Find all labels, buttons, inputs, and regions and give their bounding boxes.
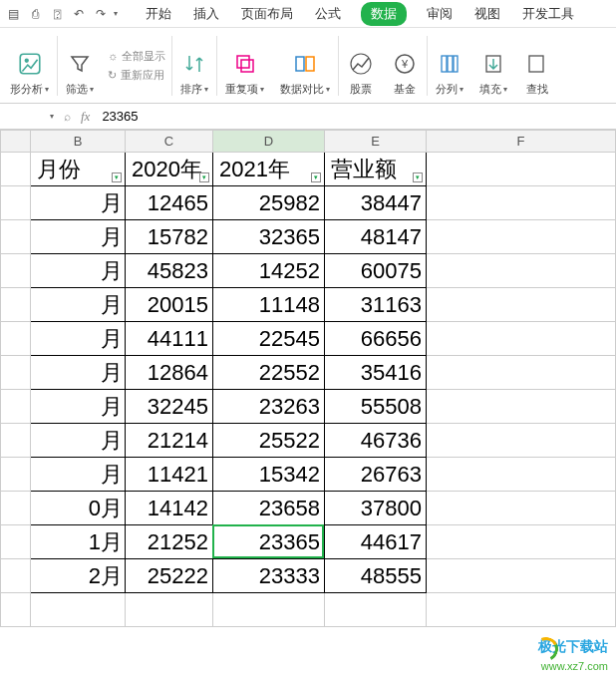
filter-dropdown-icon[interactable]: ▾ xyxy=(112,172,122,182)
cell[interactable] xyxy=(1,153,31,186)
tab-page-layout[interactable]: 页面布局 xyxy=(239,1,295,27)
tab-view[interactable]: 视图 xyxy=(472,1,502,27)
header-cell-c[interactable]: 2020年▾ xyxy=(126,153,213,186)
undo-icon[interactable]: ↶ xyxy=(70,5,88,23)
col-header-C[interactable]: C xyxy=(126,131,213,153)
tab-data[interactable]: 数据 xyxy=(361,2,407,26)
cell-rev[interactable]: 55508 xyxy=(325,390,427,424)
formula-value[interactable]: 23365 xyxy=(98,109,138,124)
cell-rev[interactable]: 60075 xyxy=(325,254,427,288)
cell-y2021[interactable]: 32365 xyxy=(213,220,325,254)
cell[interactable] xyxy=(1,220,31,254)
spreadsheet-grid[interactable]: B C D E F 月份▾2020年▾2021年▾营业额▾月1246525982… xyxy=(0,130,616,627)
cell[interactable] xyxy=(427,458,616,492)
ribbon-lookup[interactable]: 查找 xyxy=(515,32,559,99)
cell-y2020[interactable]: 12465 xyxy=(126,186,213,220)
cell[interactable] xyxy=(1,525,31,559)
ribbon-stocks[interactable]: 股票 xyxy=(339,32,383,99)
cell[interactable] xyxy=(126,593,213,627)
cell-rev[interactable]: 48555 xyxy=(325,559,427,593)
show-all-button[interactable]: ☼全部显示 xyxy=(108,49,165,64)
reapply-button[interactable]: ↻重新应用 xyxy=(108,68,165,83)
cell-y2020[interactable]: 12864 xyxy=(126,356,213,390)
cell[interactable] xyxy=(31,593,126,627)
cell-y2020[interactable]: 21214 xyxy=(126,424,213,458)
tab-start[interactable]: 开始 xyxy=(144,1,173,27)
tab-insert[interactable]: 插入 xyxy=(191,1,221,27)
cell[interactable] xyxy=(427,356,616,390)
search-icon[interactable]: ⌕ xyxy=(64,110,71,124)
cell-y2020[interactable]: 14142 xyxy=(126,492,213,525)
cell[interactable] xyxy=(427,322,616,356)
filter-dropdown-icon[interactable]: ▾ xyxy=(311,172,321,182)
corner-cell[interactable] xyxy=(1,131,31,153)
header-cell-b[interactable]: 月份▾ xyxy=(31,153,126,186)
ribbon-split[interactable]: 分列▾ xyxy=(428,32,471,99)
cell-y2020[interactable]: 45823 xyxy=(126,254,213,288)
cell[interactable] xyxy=(427,186,616,220)
col-header-E[interactable]: E xyxy=(325,131,427,153)
cell[interactable] xyxy=(427,220,616,254)
cell[interactable] xyxy=(427,390,616,424)
cell-month[interactable]: 0月 xyxy=(31,492,126,525)
preview-icon[interactable]: ⍰ xyxy=(48,5,66,23)
cell[interactable] xyxy=(1,458,31,492)
cell[interactable] xyxy=(427,492,616,525)
header-cell-e[interactable]: 营业额▾ xyxy=(325,153,427,186)
cell-y2021[interactable]: 23333 xyxy=(213,559,325,593)
ribbon-funds[interactable]: ¥ 基金 xyxy=(383,32,427,99)
cell[interactable] xyxy=(427,153,616,186)
cell-month[interactable]: 月 xyxy=(31,458,126,492)
cell-month[interactable]: 月 xyxy=(31,254,126,288)
cell-month[interactable]: 月 xyxy=(31,322,126,356)
cell-month[interactable]: 月 xyxy=(31,288,126,322)
cell-y2021[interactable]: 25522 xyxy=(213,424,325,458)
print-icon[interactable]: ⎙ xyxy=(26,5,44,23)
cell[interactable] xyxy=(1,254,31,288)
cell-month[interactable]: 2月 xyxy=(31,559,126,593)
cell[interactable] xyxy=(1,424,31,458)
cell-rev[interactable]: 66656 xyxy=(325,322,427,356)
cell[interactable] xyxy=(427,288,616,322)
cell-rev[interactable]: 37800 xyxy=(325,492,427,525)
cell[interactable] xyxy=(325,593,427,627)
ribbon-data-compare[interactable]: 数据对比▾ xyxy=(272,32,338,99)
cell[interactable] xyxy=(1,559,31,593)
cell[interactable] xyxy=(427,593,616,627)
cell-y2021[interactable]: 23263 xyxy=(213,390,325,424)
ribbon-duplicates[interactable]: 重复项▾ xyxy=(217,32,272,99)
cell[interactable] xyxy=(427,525,616,559)
col-header-F[interactable]: F xyxy=(427,131,616,153)
cell-y2020[interactable]: 21252 xyxy=(126,525,213,559)
cell[interactable] xyxy=(427,254,616,288)
filter-dropdown-icon[interactable]: ▾ xyxy=(413,172,423,182)
cell-rev[interactable]: 31163 xyxy=(325,288,427,322)
cell-y2020[interactable]: 15782 xyxy=(126,220,213,254)
cell-y2020[interactable]: 44111 xyxy=(126,322,213,356)
cell-y2021[interactable]: 11148 xyxy=(213,288,325,322)
ribbon-filter[interactable]: 筛选▾ xyxy=(58,32,102,99)
tab-dev-tools[interactable]: 开发工具 xyxy=(520,1,576,27)
cell[interactable] xyxy=(1,492,31,525)
cell-y2020[interactable]: 20015 xyxy=(126,288,213,322)
tab-formula[interactable]: 公式 xyxy=(313,1,343,27)
cell-rev[interactable]: 35416 xyxy=(325,356,427,390)
col-header-B[interactable]: B xyxy=(31,131,126,153)
cell[interactable] xyxy=(1,356,31,390)
ribbon-analysis[interactable]: 形分析▾ xyxy=(2,32,57,99)
cell-y2021[interactable]: 22545 xyxy=(213,322,325,356)
redo-icon[interactable]: ↷ xyxy=(92,5,110,23)
fx-icon[interactable]: fx xyxy=(81,109,90,125)
cell-y2021[interactable]: 23658 xyxy=(213,492,325,525)
cell-y2020[interactable]: 25222 xyxy=(126,559,213,593)
cell-month[interactable]: 月 xyxy=(31,424,126,458)
name-box[interactable] xyxy=(6,110,48,124)
cell-rev[interactable]: 26763 xyxy=(325,458,427,492)
cell-rev[interactable]: 38447 xyxy=(325,186,427,220)
cell-rev[interactable]: 44617 xyxy=(325,525,427,559)
col-header-D[interactable]: D xyxy=(213,131,325,153)
cell-y2021[interactable]: 25982 xyxy=(213,186,325,220)
header-cell-d[interactable]: 2021年▾ xyxy=(213,153,325,186)
cell-y2020[interactable]: 11421 xyxy=(126,458,213,492)
cell-y2021[interactable]: 14252 xyxy=(213,254,325,288)
